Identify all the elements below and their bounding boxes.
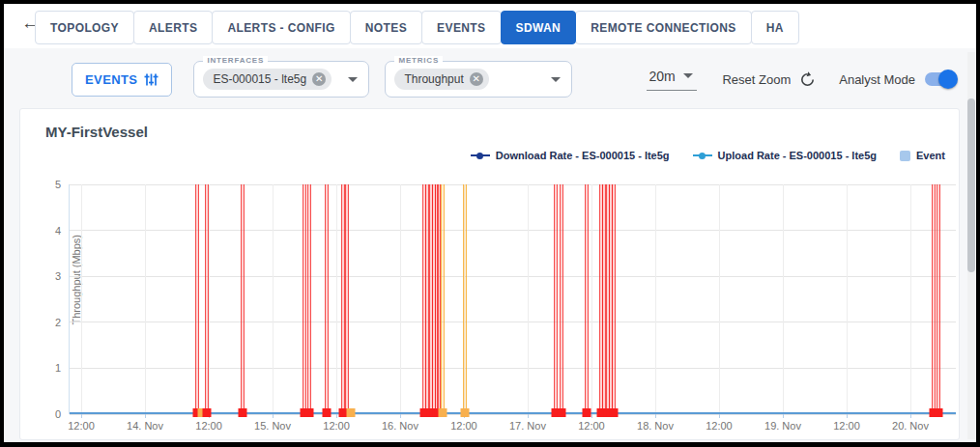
event-line-critical <box>554 184 558 414</box>
event-marker-critical[interactable] <box>239 408 247 417</box>
tab-events[interactable]: EVENTS <box>421 11 501 44</box>
v-gridline <box>145 184 146 414</box>
x-tick-label: 12:00 <box>323 420 350 432</box>
y-tick-label: 3 <box>55 270 61 282</box>
y-tick-label: 0 <box>55 408 61 420</box>
tab-notes[interactable]: NOTES <box>350 11 422 44</box>
reset-zoom-label: Reset Zoom <box>722 72 791 87</box>
event-marker-warning[interactable] <box>460 408 469 417</box>
event-marker-critical[interactable] <box>558 408 566 417</box>
x-tick-mark <box>783 414 784 418</box>
analyst-mode-control: Analyst Mode <box>839 72 956 87</box>
v-gridline <box>400 184 401 414</box>
x-tick-mark <box>81 414 82 418</box>
v-gridline <box>528 184 529 414</box>
event-line-critical <box>585 184 589 414</box>
rotate-icon <box>799 71 816 88</box>
chart-legend: Download Rate - ES-000015 - lte5gUpload … <box>471 150 945 161</box>
interfaces-field-label: INTERFACES <box>203 56 268 65</box>
series-line-icon <box>471 154 490 156</box>
v-gridline <box>783 184 784 414</box>
analyst-mode-toggle[interactable] <box>925 72 956 86</box>
event-marker-critical[interactable] <box>323 408 331 417</box>
series-line-icon <box>693 154 712 156</box>
legend-item[interactable]: Upload Rate - ES-000015 - lte5g <box>693 150 877 161</box>
event-line-critical <box>303 184 306 414</box>
x-tick-label: 14. Nov <box>127 420 163 432</box>
chart-card: MY-FirstVessel Download Rate - ES-000015… <box>19 108 960 440</box>
x-tick-label: 15. Nov <box>254 420 291 432</box>
event-marker-critical[interactable] <box>203 408 212 417</box>
legend-item[interactable]: Download Rate - ES-000015 - lte5g <box>471 150 670 161</box>
v-gridline <box>655 184 656 414</box>
vertical-scrollbar[interactable] <box>967 52 975 439</box>
v-gridline <box>847 184 848 414</box>
time-range-select[interactable]: 20m <box>647 69 697 91</box>
series-dot-icon <box>476 153 483 159</box>
plot-area[interactable]: Throughput (Mbps) 01234512:0014. Nov12:0… <box>69 184 956 414</box>
h-gridline <box>70 368 956 369</box>
interfaces-select[interactable]: INTERFACES ES-000015 - lte5g ✕ <box>193 61 369 98</box>
v-gridline <box>591 184 592 414</box>
x-tick-label: 12:00 <box>578 420 605 432</box>
chip-remove-icon[interactable]: ✕ <box>470 72 483 86</box>
x-tick-mark <box>400 414 401 418</box>
tab-sdwan[interactable]: SDWAN <box>501 11 577 44</box>
metric-chip-label: Throughput <box>404 72 463 86</box>
tab-ha[interactable]: HA <box>751 11 799 44</box>
reset-zoom-button[interactable]: Reset Zoom <box>722 71 816 88</box>
v-gridline <box>336 184 337 414</box>
h-gridline <box>70 184 956 185</box>
v-gridline <box>910 184 911 414</box>
event-marker-critical[interactable] <box>583 408 591 417</box>
event-marker-critical[interactable] <box>934 408 942 417</box>
legend-label: Upload Rate - ES-000015 - lte5g <box>718 150 877 161</box>
analyst-mode-label: Analyst Mode <box>839 72 915 87</box>
chevron-down-icon <box>683 73 693 78</box>
x-tick-label: 12:00 <box>195 420 222 432</box>
filter-toolbar: EVENTS INTERFACES ES-000015 - lte5g ✕ <box>72 61 572 98</box>
chip-remove-icon[interactable]: ✕ <box>312 72 326 86</box>
v-gridline <box>719 184 720 414</box>
toggle-knob <box>938 70 958 89</box>
event-marker-warning[interactable] <box>439 408 447 417</box>
scrollbar-thumb[interactable] <box>967 98 975 272</box>
event-marker-critical[interactable] <box>610 408 619 417</box>
tab-alerts-config[interactable]: ALERTS - CONFIG <box>212 11 350 44</box>
h-gridline <box>70 321 956 322</box>
tab-topology[interactable]: TOPOLOGY <box>35 11 134 44</box>
sdwan-panel: EVENTS INTERFACES ES-000015 - lte5g ✕ <box>4 48 976 442</box>
metrics-select[interactable]: METRICS Throughput ✕ <box>385 61 572 98</box>
tab-remote-connections[interactable]: REMOTE CONNECTIONS <box>575 11 752 44</box>
x-tick-label: 18. Nov <box>637 420 674 432</box>
x-tick-label: 12:00 <box>68 420 95 432</box>
interface-chip: ES-000015 - lte5g ✕ <box>203 69 331 90</box>
v-gridline <box>209 184 210 414</box>
tab-bar: TOPOLOGYALERTSALERTS - CONFIGNOTESEVENTS… <box>36 11 799 44</box>
event-marker-warning[interactable] <box>347 408 356 417</box>
y-tick-label: 1 <box>55 362 61 374</box>
legend-label: Event <box>916 150 945 161</box>
event-line-warning <box>441 184 445 414</box>
v-gridline <box>273 184 274 414</box>
events-filter-label: EVENTS <box>85 72 137 87</box>
x-tick-label: 16. Nov <box>382 420 418 432</box>
x-tick-mark <box>847 414 848 418</box>
event-marker-critical[interactable] <box>305 408 314 417</box>
x-tick-label: 12:00 <box>450 420 477 432</box>
event-line-warning <box>463 184 467 414</box>
metrics-field-label: METRICS <box>394 56 443 65</box>
event-line-critical <box>307 184 311 414</box>
event-line-critical <box>612 184 616 414</box>
x-tick-mark <box>591 414 592 418</box>
metric-chip: Throughput ✕ <box>394 69 488 90</box>
series-dot-icon <box>699 153 706 159</box>
legend-item[interactable]: Event <box>900 150 945 161</box>
events-filter-button[interactable]: EVENTS <box>72 63 172 97</box>
y-axis-title: Throughput (Mbps) <box>71 235 82 325</box>
legend-label: Download Rate - ES-000015 - lte5g <box>496 150 670 161</box>
chart-controls: 20m Reset Zoom Analyst Mode <box>647 61 956 98</box>
tune-icon <box>144 72 159 87</box>
tab-alerts[interactable]: ALERTS <box>133 11 213 44</box>
x-tick-label: 12:00 <box>706 420 733 432</box>
